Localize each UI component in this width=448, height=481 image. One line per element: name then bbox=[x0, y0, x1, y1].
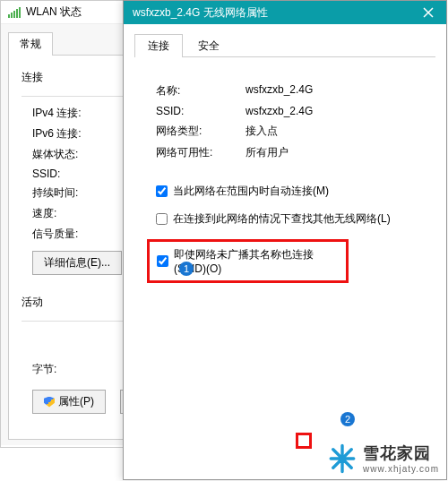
checkbox-connect-hidden[interactable] bbox=[157, 255, 168, 267]
wlan-status-title: WLAN 状态 bbox=[26, 4, 82, 20]
value-ssid: wsfxzxb_2.4G bbox=[246, 105, 313, 117]
label-ipv6: IPv6 连接: bbox=[32, 126, 113, 142]
close-icon bbox=[423, 7, 434, 18]
value-name: wsfxzxb_2.4G bbox=[246, 83, 313, 99]
checkbox-auto-connect-label: 当此网络在范围内时自动连接(M) bbox=[173, 184, 329, 199]
label-name: 名称: bbox=[156, 83, 246, 99]
tab-security[interactable]: 安全 bbox=[185, 34, 233, 57]
checkbox-connect-hidden-label: 即使网络未广播其名称也连接(SSID)(O) bbox=[174, 247, 339, 275]
value-network-type: 接入点 bbox=[246, 124, 278, 139]
wifi-signal-icon bbox=[8, 7, 21, 18]
wireless-properties-title: wsfxzxb_2.4G 无线网络属性 bbox=[133, 5, 268, 21]
properties-button[interactable]: 属性(P) bbox=[32, 390, 106, 414]
details-button[interactable]: 详细信息(E)... bbox=[32, 251, 122, 275]
shield-icon bbox=[44, 397, 55, 408]
tab-connection-content: 名称: wsfxzxb_2.4G SSID: wsfxzxb_2.4G 网络类型… bbox=[134, 57, 435, 468]
checkbox-auto-connect-row[interactable]: 当此网络在范围内时自动连接(M) bbox=[156, 184, 425, 199]
annotation-step-2: 2 bbox=[340, 412, 355, 426]
watermark-text: 雪花家园 www.xhjaty.com bbox=[363, 442, 439, 474]
label-signal-quality: 信号质量: bbox=[32, 227, 113, 242]
close-button[interactable] bbox=[410, 1, 446, 24]
wireless-properties-body: 连接 安全 名称: wsfxzxb_2.4G SSID: wsfxzxb_2.4… bbox=[124, 24, 446, 479]
checkbox-auto-connect[interactable] bbox=[156, 185, 168, 197]
tab-general[interactable]: 常规 bbox=[8, 32, 53, 56]
wireless-properties-titlebar: wsfxzxb_2.4G 无线网络属性 bbox=[124, 1, 446, 24]
value-availability: 所有用户 bbox=[246, 145, 289, 160]
annotation-highlight-square bbox=[296, 433, 312, 449]
label-network-type: 网络类型: bbox=[156, 124, 246, 139]
label-speed: 速度: bbox=[32, 206, 113, 221]
watermark-url: www.xhjaty.com bbox=[363, 464, 439, 474]
label-ssid: SSID: bbox=[32, 167, 113, 180]
label-ssid: SSID: bbox=[156, 105, 246, 117]
checkbox-find-other-label: 在连接到此网络的情况下查找其他无线网络(L) bbox=[173, 211, 391, 227]
tabstrip: 连接 安全 bbox=[134, 33, 435, 57]
label-media-state: 媒体状态: bbox=[32, 147, 113, 162]
properties-button-label: 属性(P) bbox=[58, 394, 94, 409]
checkbox-find-other[interactable] bbox=[156, 213, 168, 225]
label-ipv4: IPv4 连接: bbox=[32, 106, 113, 121]
snowflake-icon bbox=[327, 443, 358, 474]
watermark-brand: 雪花家园 bbox=[363, 442, 439, 464]
annotation-step-1: 1 bbox=[179, 262, 194, 276]
checkbox-find-other-row[interactable]: 在连接到此网络的情况下查找其他无线网络(L) bbox=[156, 211, 425, 227]
highlight-hidden-ssid: 即使网络未广播其名称也连接(SSID)(O) bbox=[147, 239, 349, 283]
wireless-properties-dialog: wsfxzxb_2.4G 无线网络属性 连接 安全 名称: wsfxzxb_2.… bbox=[123, 0, 447, 480]
label-availability: 网络可用性: bbox=[156, 145, 246, 160]
label-bytes: 字节: bbox=[32, 362, 113, 377]
svg-point-0 bbox=[340, 455, 346, 461]
label-duration: 持续时间: bbox=[32, 185, 113, 201]
tab-connection[interactable]: 连接 bbox=[134, 34, 183, 57]
watermark: 雪花家园 www.xhjaty.com bbox=[323, 441, 443, 476]
